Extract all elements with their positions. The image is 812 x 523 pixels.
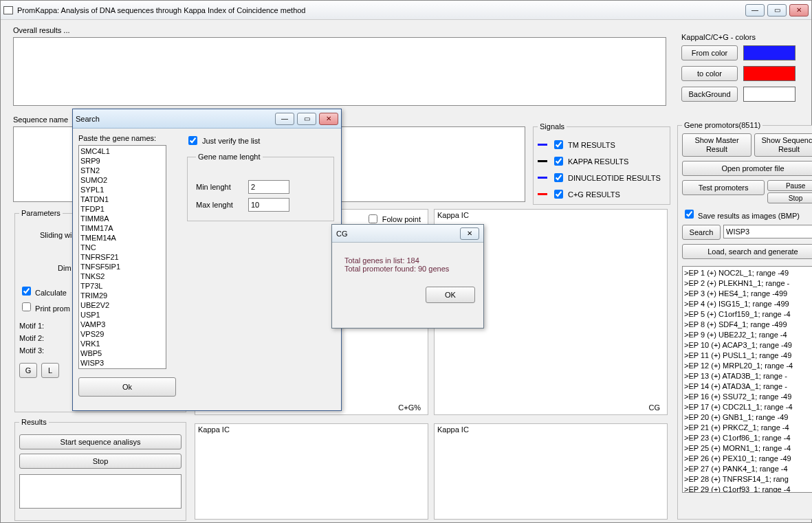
list-item[interactable]: >EP 13 (+) ATAD3B_1; range -	[684, 371, 812, 381]
kappa-checkbox[interactable]: KAPPA RESULTS	[551, 155, 628, 168]
list-item[interactable]: >EP 28 (+) TNFRSF14_1; rang	[684, 474, 812, 485]
list-item[interactable]: TNFRSF21	[80, 252, 164, 262]
search-input[interactable]	[723, 225, 812, 238]
g-button[interactable]: G	[19, 363, 37, 378]
list-item[interactable]: TIMM8A	[80, 214, 164, 223]
list-item[interactable]: >EP 10 (+) ACAP3_1; range -49	[684, 340, 812, 350]
parameters-legend: Parameters	[19, 209, 63, 217]
list-item[interactable]: VAMP3	[80, 320, 164, 329]
test-promoters-button[interactable]: Test promoters	[682, 180, 765, 195]
list-item[interactable]: >EP 12 (+) MRPL20_1; range -4	[684, 361, 812, 371]
list-item[interactable]: TNC	[80, 243, 164, 252]
promo-stop-button[interactable]: Stop	[767, 192, 812, 203]
close-button[interactable]: ✕	[789, 4, 809, 16]
list-item[interactable]: TRIM29	[80, 291, 164, 300]
cg-checkbox[interactable]: C+G RESULTS	[551, 188, 620, 201]
list-item[interactable]: SRP9	[80, 156, 164, 166]
list-item[interactable]: >EP 16 (+) SSU72_1; range -49	[684, 392, 812, 402]
list-item[interactable]: >EP 8 (+) SDF4_1; range -499	[684, 320, 812, 330]
dialog-close-button[interactable]: ✕	[319, 113, 338, 125]
list-item[interactable]: >EP 23 (+) C1orf86_1; range -4	[684, 433, 812, 443]
list-item[interactable]: >EP 29 (+) C1orf93_1; range -4	[684, 485, 812, 493]
min-length-input[interactable]	[248, 180, 289, 194]
background-color-button[interactable]: BackGround	[681, 87, 738, 102]
list-item[interactable]: >EP 25 (+) MORN1_1; range -4	[684, 443, 812, 454]
search-button[interactable]: Search	[682, 225, 721, 240]
list-item[interactable]: WISP3	[80, 358, 164, 368]
msgbox-ok-button[interactable]: OK	[426, 287, 475, 303]
search-ok-button[interactable]: Ok	[78, 377, 176, 397]
list-item[interactable]: TATDN1	[80, 194, 164, 204]
list-item[interactable]: TMEM14A	[80, 233, 164, 243]
list-item[interactable]: VRK1	[80, 339, 164, 348]
motif2-label: Motif 2:	[19, 334, 44, 342]
show-master-button[interactable]: Show Master Result	[682, 133, 751, 157]
maximize-button[interactable]: ▭	[767, 4, 787, 16]
sequence-name-label: Sequence name	[13, 115, 68, 124]
promoter-list[interactable]: >EP 1 (+) NOC2L_1; range -49>EP 2 (+) PL…	[682, 266, 812, 493]
overall-results-box[interactable]	[13, 37, 666, 106]
dinuc-checkbox[interactable]: DINUCLEOTIDE RESULTS	[551, 171, 661, 184]
dialog-maximize-button[interactable]: ▭	[297, 113, 316, 125]
list-item[interactable]: >EP 1 (+) NOC2L_1; range -49	[684, 268, 812, 278]
list-item[interactable]: >EP 20 (+) GNB1_1; range -49	[684, 412, 812, 423]
list-item[interactable]: >EP 5 (+) C1orf159_1; range -4	[684, 309, 812, 320]
tm-color	[538, 144, 547, 146]
list-item[interactable]: >EP 3 (+) HES4_1; range -499	[684, 289, 812, 299]
list-item[interactable]: >EP 4 (+) ISG15_1; range -499	[684, 299, 812, 309]
list-item[interactable]: >EP 14 (+) ATAD3A_1; range -	[684, 381, 812, 392]
msgbox-close-button[interactable]: ✕	[460, 227, 479, 240]
verify-checkbox[interactable]: Just verify the list	[186, 134, 260, 147]
list-item[interactable]: TNFSF5IP1	[80, 262, 164, 271]
min-length-label: Min lenght	[196, 183, 241, 191]
from-color-button[interactable]: From color	[681, 45, 738, 60]
open-promoter-file-button[interactable]: Open promoter file	[682, 161, 812, 176]
to-color-button[interactable]: to color	[681, 66, 738, 81]
list-item[interactable]: >EP 17 (+) CDC2L1_1; range -4	[684, 402, 812, 412]
list-item[interactable]: SMC4L1	[80, 146, 164, 156]
stop-analysis-button[interactable]: Stop	[19, 454, 182, 469]
minimize-button[interactable]: —	[745, 4, 765, 16]
list-item[interactable]: >EP 11 (+) PUSL1_1; range -49	[684, 350, 812, 361]
list-item[interactable]: SUMO2	[80, 175, 164, 185]
list-item[interactable]: >EP 26 (+) PEX10_1; range -49	[684, 454, 812, 464]
results-output[interactable]	[19, 474, 182, 509]
msgbox-line1: Total genes in list: 184	[344, 256, 471, 265]
dialog-minimize-button[interactable]: —	[275, 113, 294, 125]
list-item[interactable]: >EP 9 (+) UBE2J2_1; range -4	[684, 330, 812, 340]
list-item[interactable]: USP1	[80, 310, 164, 320]
list-item[interactable]: STN2	[80, 166, 164, 175]
paste-genes-label: Paste the gene names:	[78, 134, 176, 142]
app-icon	[3, 6, 13, 14]
list-item[interactable]: UBE2V2	[80, 300, 164, 310]
msgbox-title: CG	[336, 230, 348, 238]
list-item[interactable]: TIMM17A	[80, 223, 164, 233]
list-item[interactable]: TFDP1	[80, 204, 164, 214]
show-sequence-button[interactable]: Show Sequence Result	[754, 133, 812, 157]
kappa-ic-caption-3: Kappa IC	[435, 424, 667, 435]
from-color-swatch[interactable]	[743, 45, 795, 60]
save-bmp-checkbox[interactable]: Save results as images (BMP)	[682, 208, 812, 221]
pause-button[interactable]: Pause	[767, 180, 812, 191]
load-search-generate-button[interactable]: Load, search and generate	[682, 244, 812, 259]
max-length-label: Max lenght	[196, 201, 241, 209]
list-item[interactable]: >EP 27 (+) PANK4_1; range -4	[684, 464, 812, 474]
msgbox-titlebar: CG ✕	[332, 225, 483, 243]
list-item[interactable]: TNKS2	[80, 271, 164, 281]
gene-list[interactable]: SMC4L1SRP9STN2SUMO2SYPL1TATDN1TFDP1TIMM8…	[78, 145, 166, 369]
list-item[interactable]: WBP5	[80, 348, 164, 358]
list-item[interactable]: SYPL1	[80, 185, 164, 194]
gene-length-group: Gene name lenght Min lenght Max lenght	[187, 153, 334, 221]
list-item[interactable]: >EP 21 (+) PRKCZ_1; range -4	[684, 423, 812, 433]
list-item[interactable]: >EP 2 (+) PLEKHN1_1; range -	[684, 278, 812, 289]
tm-checkbox[interactable]: TM RESULTS	[551, 138, 615, 151]
list-item[interactable]: TP73L	[80, 281, 164, 291]
background-color-swatch[interactable]	[743, 87, 795, 102]
max-length-input[interactable]	[248, 198, 289, 212]
signals-legend: Signals	[538, 122, 567, 131]
motif3-label: Motif 3:	[19, 346, 44, 355]
start-analysis-button[interactable]: Start sequence analisys	[19, 434, 182, 449]
list-item[interactable]: VPS29	[80, 329, 164, 339]
to-color-swatch[interactable]	[743, 66, 795, 81]
l-button[interactable]: L	[41, 363, 59, 378]
